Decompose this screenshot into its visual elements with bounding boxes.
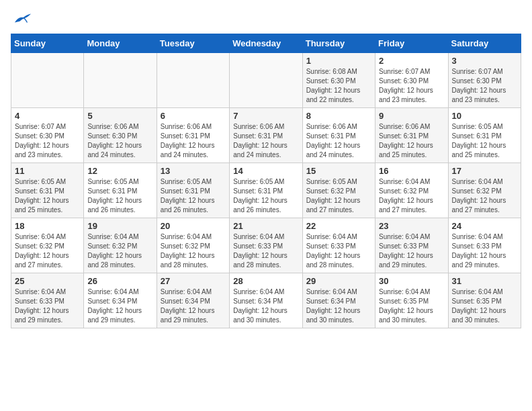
day-info: Sunrise: 6:05 AM Sunset: 6:32 PM Dayligh…: [306, 177, 371, 215]
logo-bird-icon: [13, 11, 32, 26]
day-info: Sunrise: 6:04 AM Sunset: 6:33 PM Dayligh…: [306, 232, 371, 270]
day-number: 17: [452, 166, 517, 176]
calendar-day-cell: 14Sunrise: 6:05 AM Sunset: 6:31 PM Dayli…: [230, 163, 302, 218]
day-info: Sunrise: 6:04 AM Sunset: 6:33 PM Dayligh…: [379, 232, 444, 270]
calendar-day-cell: 1Sunrise: 6:08 AM Sunset: 6:30 PM Daylig…: [302, 53, 375, 108]
calendar-day-cell: 16Sunrise: 6:04 AM Sunset: 6:32 PM Dayli…: [375, 163, 448, 218]
page-header: [11, 11, 521, 26]
calendar-day-cell: 5Sunrise: 6:06 AM Sunset: 6:30 PM Daylig…: [84, 108, 157, 163]
day-number: 31: [452, 276, 517, 286]
calendar-day-cell: 22Sunrise: 6:04 AM Sunset: 6:33 PM Dayli…: [302, 218, 375, 273]
day-info: Sunrise: 6:04 AM Sunset: 6:32 PM Dayligh…: [87, 232, 152, 270]
calendar-day-cell: 20Sunrise: 6:04 AM Sunset: 6:32 PM Dayli…: [157, 218, 229, 273]
day-info: Sunrise: 6:04 AM Sunset: 6:35 PM Dayligh…: [379, 287, 444, 325]
day-number: 8: [306, 111, 371, 121]
day-info: Sunrise: 6:06 AM Sunset: 6:31 PM Dayligh…: [379, 122, 444, 160]
calendar-day-cell: 23Sunrise: 6:04 AM Sunset: 6:33 PM Dayli…: [375, 218, 448, 273]
day-info: Sunrise: 6:04 AM Sunset: 6:35 PM Dayligh…: [452, 287, 517, 325]
calendar-day-header: Tuesday: [157, 34, 229, 53]
calendar-day-cell: [11, 53, 84, 108]
day-info: Sunrise: 6:06 AM Sunset: 6:31 PM Dayligh…: [161, 122, 226, 160]
calendar-day-cell: 9Sunrise: 6:06 AM Sunset: 6:31 PM Daylig…: [375, 108, 448, 163]
calendar-table: SundayMondayTuesdayWednesdayThursdayFrid…: [11, 34, 521, 328]
day-number: 7: [233, 111, 298, 121]
calendar-day-header: Monday: [84, 34, 157, 53]
day-info: Sunrise: 6:04 AM Sunset: 6:34 PM Dayligh…: [87, 287, 152, 325]
calendar-day-header: Sunday: [11, 34, 84, 53]
day-info: Sunrise: 6:05 AM Sunset: 6:31 PM Dayligh…: [233, 177, 298, 215]
day-number: 14: [233, 166, 298, 176]
day-number: 21: [233, 221, 298, 231]
day-info: Sunrise: 6:06 AM Sunset: 6:30 PM Dayligh…: [87, 122, 152, 160]
day-info: Sunrise: 6:08 AM Sunset: 6:30 PM Dayligh…: [306, 67, 371, 105]
day-number: 28: [233, 276, 298, 286]
calendar-day-cell: 19Sunrise: 6:04 AM Sunset: 6:32 PM Dayli…: [84, 218, 157, 273]
calendar-day-cell: 2Sunrise: 6:07 AM Sunset: 6:30 PM Daylig…: [375, 53, 448, 108]
calendar-day-cell: 17Sunrise: 6:04 AM Sunset: 6:32 PM Dayli…: [448, 163, 521, 218]
day-number: 19: [87, 221, 152, 231]
day-number: 9: [379, 111, 444, 121]
day-number: 4: [15, 111, 80, 121]
logo: [11, 11, 34, 26]
calendar-header-row: SundayMondayTuesdayWednesdayThursdayFrid…: [11, 34, 521, 53]
calendar-day-cell: 30Sunrise: 6:04 AM Sunset: 6:35 PM Dayli…: [375, 273, 448, 328]
calendar-day-cell: 4Sunrise: 6:07 AM Sunset: 6:30 PM Daylig…: [11, 108, 84, 163]
day-info: Sunrise: 6:05 AM Sunset: 6:31 PM Dayligh…: [15, 177, 80, 215]
calendar-day-cell: [230, 53, 302, 108]
calendar-day-cell: 26Sunrise: 6:04 AM Sunset: 6:34 PM Dayli…: [84, 273, 157, 328]
day-number: 16: [379, 166, 444, 176]
calendar-day-cell: 21Sunrise: 6:04 AM Sunset: 6:33 PM Dayli…: [230, 218, 302, 273]
day-info: Sunrise: 6:06 AM Sunset: 6:31 PM Dayligh…: [233, 122, 298, 160]
calendar-day-cell: 10Sunrise: 6:05 AM Sunset: 6:31 PM Dayli…: [448, 108, 521, 163]
day-number: 1: [306, 56, 371, 66]
day-number: 10: [452, 111, 517, 121]
day-info: Sunrise: 6:04 AM Sunset: 6:32 PM Dayligh…: [161, 232, 226, 270]
day-info: Sunrise: 6:07 AM Sunset: 6:30 PM Dayligh…: [452, 67, 517, 105]
calendar-day-cell: 7Sunrise: 6:06 AM Sunset: 6:31 PM Daylig…: [230, 108, 302, 163]
day-info: Sunrise: 6:05 AM Sunset: 6:31 PM Dayligh…: [87, 177, 152, 215]
day-number: 27: [161, 276, 226, 286]
day-info: Sunrise: 6:04 AM Sunset: 6:32 PM Dayligh…: [452, 177, 517, 215]
day-info: Sunrise: 6:04 AM Sunset: 6:34 PM Dayligh…: [306, 287, 371, 325]
calendar-day-cell: 24Sunrise: 6:04 AM Sunset: 6:33 PM Dayli…: [448, 218, 521, 273]
day-number: 22: [306, 221, 371, 231]
calendar-day-header: Wednesday: [230, 34, 302, 53]
calendar-week-row: 18Sunrise: 6:04 AM Sunset: 6:32 PM Dayli…: [11, 218, 521, 273]
calendar-day-cell: 18Sunrise: 6:04 AM Sunset: 6:32 PM Dayli…: [11, 218, 84, 273]
calendar-day-header: Saturday: [448, 34, 521, 53]
calendar-day-cell: 25Sunrise: 6:04 AM Sunset: 6:33 PM Dayli…: [11, 273, 84, 328]
day-info: Sunrise: 6:04 AM Sunset: 6:33 PM Dayligh…: [452, 232, 517, 270]
day-info: Sunrise: 6:06 AM Sunset: 6:31 PM Dayligh…: [306, 122, 371, 160]
day-number: 25: [15, 276, 80, 286]
calendar-day-cell: 3Sunrise: 6:07 AM Sunset: 6:30 PM Daylig…: [448, 53, 521, 108]
calendar-week-row: 11Sunrise: 6:05 AM Sunset: 6:31 PM Dayli…: [11, 163, 521, 218]
day-number: 5: [87, 111, 152, 121]
calendar-day-header: Thursday: [302, 34, 375, 53]
day-info: Sunrise: 6:04 AM Sunset: 6:32 PM Dayligh…: [379, 177, 444, 215]
day-info: Sunrise: 6:04 AM Sunset: 6:34 PM Dayligh…: [233, 287, 298, 325]
calendar-day-cell: [157, 53, 229, 108]
day-number: 29: [306, 276, 371, 286]
day-number: 18: [15, 221, 80, 231]
day-number: 12: [87, 166, 152, 176]
calendar-day-header: Friday: [375, 34, 448, 53]
calendar-day-cell: [84, 53, 157, 108]
calendar-day-cell: 11Sunrise: 6:05 AM Sunset: 6:31 PM Dayli…: [11, 163, 84, 218]
calendar-day-cell: 6Sunrise: 6:06 AM Sunset: 6:31 PM Daylig…: [157, 108, 229, 163]
day-number: 11: [15, 166, 80, 176]
day-info: Sunrise: 6:07 AM Sunset: 6:30 PM Dayligh…: [379, 67, 444, 105]
day-info: Sunrise: 6:05 AM Sunset: 6:31 PM Dayligh…: [161, 177, 226, 215]
day-number: 30: [379, 276, 444, 286]
calendar-day-cell: 31Sunrise: 6:04 AM Sunset: 6:35 PM Dayli…: [448, 273, 521, 328]
day-number: 26: [87, 276, 152, 286]
day-info: Sunrise: 6:07 AM Sunset: 6:30 PM Dayligh…: [15, 122, 80, 160]
day-info: Sunrise: 6:04 AM Sunset: 6:33 PM Dayligh…: [233, 232, 298, 270]
day-number: 13: [161, 166, 226, 176]
day-number: 20: [161, 221, 226, 231]
day-number: 2: [379, 56, 444, 66]
day-number: 23: [379, 221, 444, 231]
calendar-day-cell: 29Sunrise: 6:04 AM Sunset: 6:34 PM Dayli…: [302, 273, 375, 328]
calendar-day-cell: 8Sunrise: 6:06 AM Sunset: 6:31 PM Daylig…: [302, 108, 375, 163]
calendar-day-cell: 13Sunrise: 6:05 AM Sunset: 6:31 PM Dayli…: [157, 163, 229, 218]
day-info: Sunrise: 6:04 AM Sunset: 6:33 PM Dayligh…: [15, 287, 80, 325]
